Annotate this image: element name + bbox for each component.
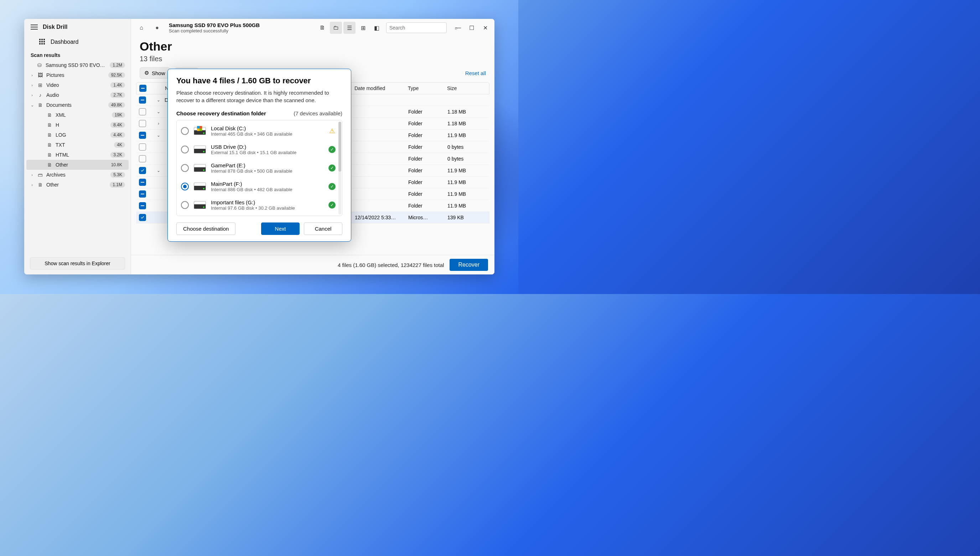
chevron-icon: ⌄ — [30, 103, 34, 108]
sidebar-doc-html[interactable]: 🗎 HTML 3.2K — [26, 150, 129, 160]
destination-name: MainPart (F:) — [211, 181, 324, 187]
type-cell: Folder — [408, 203, 447, 208]
show-in-explorer-button[interactable]: Show scan results in Explorer — [30, 257, 125, 270]
document-icon: 🗎 — [46, 152, 53, 158]
dashboard-nav[interactable]: Dashboard — [24, 35, 131, 49]
expand-icon[interactable]: ⌄ — [152, 168, 165, 173]
expand-icon[interactable]: ⌄ — [152, 97, 165, 102]
status-ok-icon: ✓ — [329, 165, 335, 171]
sidebar-doc-xml[interactable]: 🗎 XML 19K — [26, 110, 129, 120]
grid-icon — [39, 39, 45, 45]
row-checkbox[interactable] — [139, 179, 146, 186]
size-cell: 139 KB — [447, 215, 487, 220]
minimize-button[interactable]: — — [455, 24, 462, 31]
size-cell: 11.9 MB — [447, 203, 487, 208]
cancel-button[interactable]: Cancel — [304, 223, 342, 235]
chevron-icon: › — [30, 173, 34, 177]
close-button[interactable]: ✕ — [482, 24, 489, 31]
radio-button[interactable] — [181, 201, 189, 209]
status-warning-icon: ⚠ — [329, 128, 335, 134]
destination-details: External 15.1 GB disk • 15.1 GB availabl… — [211, 150, 324, 155]
row-checkbox[interactable] — [139, 144, 146, 150]
destination-option[interactable]: GamePart (E:) Internal 878 GB disk • 500… — [178, 159, 339, 177]
size-cell: 1.18 MB — [447, 109, 487, 115]
size-cell: 0 bytes — [447, 156, 487, 162]
scan-results-label: Scan results — [24, 49, 131, 60]
expand-icon[interactable]: › — [152, 121, 165, 126]
folder-view-icon[interactable]: 🗀 — [330, 22, 342, 34]
type-cell: Folder — [408, 168, 447, 173]
expand-icon[interactable]: ⌄ — [152, 133, 165, 138]
show-filter-button[interactable]: ⚙ Show — [139, 67, 170, 79]
row-checkbox[interactable] — [139, 167, 146, 174]
footer-bar: 4 files (1.60 GB) selected, 1234227 file… — [131, 255, 494, 275]
radio-button[interactable] — [181, 127, 189, 135]
disk-icon: ⛁ — [36, 62, 43, 68]
radio-button[interactable] — [181, 145, 189, 154]
header-titles: Samsung SSD 970 EVO Plus 500GB Scan comp… — [169, 22, 260, 34]
size-cell: 11.9 MB — [447, 179, 487, 185]
sidebar-doc-log[interactable]: 🗎 LOG 4.4K — [26, 130, 129, 140]
maximize-button[interactable]: ☐ — [468, 24, 475, 31]
recover-button[interactable]: Recover — [450, 259, 488, 271]
sidebar-doc-other[interactable]: 🗎 Other 10.8K — [26, 160, 129, 170]
destination-list[interactable]: Local Disk (C:) Internal 465 GB disk • 3… — [177, 120, 342, 216]
scrollbar[interactable] — [339, 122, 341, 214]
sidebar-doc-txt[interactable]: 🗎 TXT 4K — [26, 140, 129, 150]
hamburger-icon[interactable] — [31, 24, 38, 29]
dialog-subheader: Choose recovery destination folder (7 de… — [177, 110, 342, 116]
destination-option[interactable]: Local Disk (C:) Internal 465 GB disk • 3… — [178, 122, 339, 140]
reset-all-link[interactable]: Reset all — [465, 70, 486, 76]
app-title: Disk Drill — [43, 24, 67, 30]
destination-option[interactable]: Important files (G:) Internal 97.6 GB di… — [178, 196, 339, 214]
view-toolbar: 🗎 🗀 ☰ ⊞ ◧ — [316, 22, 382, 34]
category-icon: 🖼 — [37, 72, 44, 78]
destination-name: USB Drive (D:) — [211, 144, 324, 150]
chevron-icon: › — [30, 73, 34, 77]
grid-view-icon[interactable]: ⊞ — [357, 22, 369, 34]
size-cell: 1.18 MB — [447, 121, 487, 126]
row-checkbox[interactable] — [139, 97, 146, 103]
row-checkbox[interactable] — [139, 132, 146, 139]
sidebar-doc-h[interactable]: 🗎 H 8.4K — [26, 120, 129, 130]
search-box[interactable]: ⌕ — [386, 23, 447, 33]
destination-option[interactable]: USB Drive (D:) External 15.1 GB disk • 1… — [178, 140, 339, 159]
list-view-icon[interactable]: ☰ — [343, 22, 356, 34]
sidebar-category-video[interactable]: › ⊞ Video 1.4K — [26, 80, 129, 90]
col-date[interactable]: Date modified — [355, 86, 408, 91]
sidebar-category-audio[interactable]: › ♪ Audio 2.7K — [26, 90, 129, 100]
row-checkbox[interactable] — [139, 214, 146, 221]
preview-pane-icon[interactable]: ◧ — [371, 22, 382, 34]
destination-option[interactable]: MainPart (F:) Internal 886 GB disk • 482… — [178, 177, 339, 196]
sidebar-device[interactable]: ⛁ Samsung SSD 970 EVO… 1.2M — [26, 60, 129, 70]
radio-button[interactable] — [181, 164, 189, 172]
sidebar-category-documents[interactable]: ⌄ 🗎 Documents 49.8K — [26, 100, 129, 110]
category-icon: 🗎 — [37, 102, 44, 108]
next-button[interactable]: Next — [261, 223, 300, 235]
radio-button[interactable] — [181, 183, 189, 191]
status-check-icon: ● — [151, 22, 163, 34]
type-cell: Folder — [408, 179, 447, 185]
recovery-dialog: You have 4 files / 1.60 GB to recover Pl… — [167, 69, 351, 242]
size-cell: 11.9 MB — [447, 133, 487, 138]
selection-status: 4 files (1.60 GB) selected, 1234227 file… — [338, 262, 444, 268]
row-checkbox[interactable] — [139, 120, 146, 127]
col-size[interactable]: Size — [447, 86, 486, 91]
expand-icon[interactable]: ⌄ — [152, 109, 165, 114]
file-view-icon[interactable]: 🗎 — [316, 22, 329, 34]
home-icon[interactable]: ⌂ — [135, 22, 147, 34]
row-checkbox[interactable] — [139, 155, 146, 162]
type-cell: Folder — [408, 144, 447, 150]
select-all-checkbox[interactable] — [139, 85, 146, 92]
col-type[interactable]: Type — [408, 86, 447, 91]
choose-destination-button[interactable]: Choose destination — [177, 223, 235, 235]
sidebar-category-pictures[interactable]: › 🖼 Pictures 92.5K — [26, 70, 129, 80]
search-input[interactable] — [389, 25, 452, 31]
row-checkbox[interactable] — [139, 108, 146, 115]
row-checkbox[interactable] — [139, 191, 146, 197]
sidebar-category-archives[interactable]: › 🗃 Archives 5.3K — [26, 170, 129, 180]
status-ok-icon: ✓ — [329, 146, 335, 153]
sidebar-category-other[interactable]: › 🗎 Other 1.1M — [26, 180, 129, 190]
row-checkbox[interactable] — [139, 202, 146, 209]
chevron-icon: › — [30, 83, 34, 87]
